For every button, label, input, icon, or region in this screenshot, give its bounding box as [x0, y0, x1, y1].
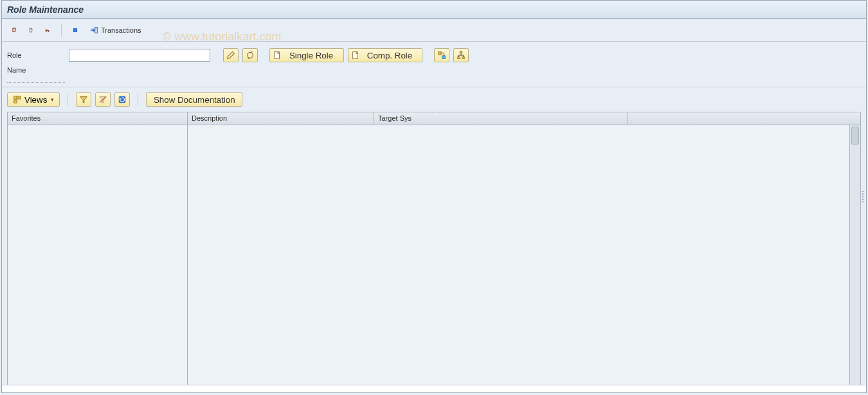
- filter-delete-button[interactable]: [95, 92, 111, 107]
- svg-rect-2: [46, 30, 48, 31]
- single-role-label: Single Role: [285, 51, 337, 60]
- delete-icon[interactable]: [24, 23, 38, 37]
- svg-point-4: [46, 31, 47, 32]
- grid-col-favorites[interactable]: [8, 125, 188, 387]
- svg-rect-13: [442, 56, 445, 58]
- chevron-down-icon: ▾: [51, 96, 54, 103]
- role-input[interactable]: [69, 49, 210, 62]
- svg-rect-14: [460, 51, 462, 53]
- col-description[interactable]: Description: [188, 112, 374, 125]
- comp-role-button[interactable]: Comp. Role: [348, 48, 422, 62]
- show-documentation-button[interactable]: Show Documentation: [146, 92, 242, 107]
- show-documentation-label: Show Documentation: [154, 95, 235, 105]
- hierarchy-button[interactable]: [453, 48, 469, 62]
- splitter-handle[interactable]: · · · · ·: [420, 109, 448, 116]
- scrollbar-thumb[interactable]: [851, 127, 859, 145]
- col-spacer: [628, 112, 860, 125]
- copy-icon[interactable]: [7, 23, 21, 37]
- separator: [68, 93, 68, 106]
- single-role-button[interactable]: Single Role: [269, 48, 344, 62]
- grid-col-rest[interactable]: [188, 125, 849, 387]
- comp-role-label: Comp. Role: [364, 51, 415, 60]
- info-icon[interactable]: i: [68, 23, 82, 37]
- filter-button[interactable]: [76, 92, 91, 107]
- svg-point-9: [248, 53, 253, 58]
- svg-rect-12: [439, 52, 441, 55]
- title-bar: Role Maintenance: [2, 1, 866, 19]
- col-target-sys[interactable]: Target Sys: [374, 112, 628, 125]
- selection-area: Role Single Role Comp. Role: [2, 42, 866, 87]
- page-title: Role Maintenance: [7, 4, 84, 15]
- role-label: Role: [7, 51, 65, 59]
- svg-rect-10: [275, 52, 280, 59]
- separator: [138, 93, 138, 106]
- favorites-grid: · · · · · Favorites Description Target S…: [7, 112, 861, 388]
- col-favorites[interactable]: Favorites: [8, 112, 188, 125]
- refresh-button[interactable]: [114, 92, 130, 107]
- change-button[interactable]: [223, 48, 239, 62]
- views-label: Views: [24, 95, 47, 105]
- svg-rect-19: [14, 100, 17, 103]
- svg-point-5: [48, 31, 50, 32]
- svg-rect-17: [14, 96, 17, 99]
- role-row: Role Single Role Comp. Role: [7, 48, 861, 62]
- svg-rect-18: [18, 96, 21, 99]
- transport-icon[interactable]: [41, 23, 55, 37]
- display-button[interactable]: [242, 48, 258, 62]
- name-underline: [7, 73, 65, 83]
- transactions-label: Transactions: [101, 26, 141, 34]
- views-button[interactable]: Views ▾: [7, 92, 60, 107]
- separator: [61, 24, 62, 37]
- where-used-button[interactable]: [434, 48, 449, 62]
- status-bar: [2, 385, 866, 392]
- grid-body: [8, 125, 860, 387]
- svg-rect-11: [353, 52, 358, 59]
- svg-rect-16: [462, 57, 465, 59]
- application-toolbar: i Transactions: [2, 19, 866, 42]
- svg-rect-8: [95, 27, 98, 33]
- vertical-scrollbar[interactable]: [849, 125, 860, 387]
- svg-rect-15: [458, 57, 460, 59]
- right-resize-handle[interactable]: [862, 191, 865, 202]
- transactions-button[interactable]: Transactions: [85, 23, 146, 37]
- app-window: Role Maintenance i Transactions © www.tu…: [1, 0, 867, 393]
